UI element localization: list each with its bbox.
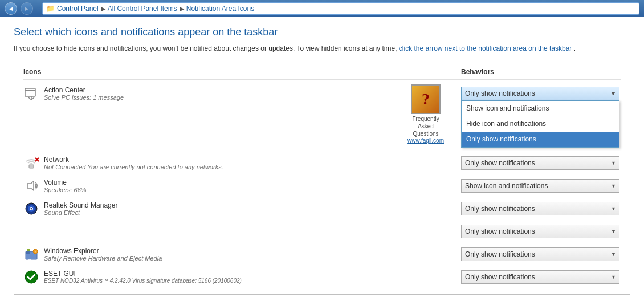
table-row: ESET GUI ESET NOD32 Antivirus™ 4.2.42.0 … xyxy=(23,266,621,288)
main-content: Select which icons and notifications app… xyxy=(0,17,644,300)
col-behaviors-header: Behaviors xyxy=(461,68,621,76)
volume-behavior[interactable]: Show icon and notifications Only show no… xyxy=(461,179,621,193)
icons-panel: Icons Behaviors Action Center xyxy=(14,62,630,295)
dropdown-option-hide-icon[interactable]: Hide icon and notifications xyxy=(462,116,619,132)
table-row: Volume Speakers: 66% Show icon and notif… xyxy=(23,174,621,197)
volume-icon xyxy=(23,178,39,194)
svg-rect-13 xyxy=(27,249,30,251)
eset-info: ESET GUI ESET NOD32 Antivirus™ 4.2.42.0 … xyxy=(23,269,461,285)
blank-icon xyxy=(23,223,39,239)
breadcrumb-control-panel[interactable]: Control Panel xyxy=(57,5,99,13)
windows-explorer-dropdown[interactable]: Only show notifications Show icon and no… xyxy=(461,247,619,261)
realtek-select[interactable]: Only show notifications Show icon and no… xyxy=(461,202,619,215)
realtek-text: Realtek Sound Manager Sound Effect xyxy=(44,201,117,216)
eset-dropdown[interactable]: Only show notifications Show icon and no… xyxy=(461,270,619,284)
windows-explorer-text: Windows Explorer Safely Remove Hardware … xyxy=(44,247,162,262)
svg-rect-3 xyxy=(29,165,34,168)
network-info: Network Not Connected You are currently … xyxy=(23,155,461,171)
action-center-behavior[interactable]: Only show notifications ▼ Show icon and … xyxy=(461,86,621,100)
page-title: Select which icons and notifications app… xyxy=(14,26,630,38)
network-icon xyxy=(23,155,39,171)
windows-explorer-select[interactable]: Only show notifications Show icon and no… xyxy=(461,247,619,261)
network-behavior[interactable]: Only show notifications Show icon and no… xyxy=(461,156,621,170)
dropdown-option-show-icon[interactable]: Show icon and notifications xyxy=(462,101,619,116)
svg-marker-6 xyxy=(27,181,34,190)
realtek-dropdown[interactable]: Only show notifications Show icon and no… xyxy=(461,202,619,215)
blank-info xyxy=(23,223,461,239)
svg-rect-1 xyxy=(25,90,35,91)
volume-info: Volume Speakers: 66% xyxy=(23,178,461,194)
faq-label: Frequently Asked Questions xyxy=(412,115,439,137)
svg-rect-12 xyxy=(26,251,30,254)
blank-select[interactable]: Only show notifications Show icon and no… xyxy=(461,225,619,238)
eset-behavior[interactable]: Only show notifications Show icon and no… xyxy=(461,270,621,284)
table-row: Action Center Solve PC issues: 1 message… xyxy=(23,83,621,147)
table-row: Network Not Connected You are currently … xyxy=(23,152,621,174)
volume-select[interactable]: Show icon and notifications Only show no… xyxy=(461,179,619,193)
faq-url[interactable]: www.faqil.com xyxy=(407,137,444,144)
blank-dropdown[interactable]: Only show notifications Show icon and no… xyxy=(461,225,619,238)
back-button[interactable]: ◄ xyxy=(5,2,17,15)
eset-icon xyxy=(23,269,39,285)
action-center-dropdown-list: Show icon and notifications Hide icon an… xyxy=(461,100,619,148)
eset-text: ESET GUI ESET NOD32 Antivirus™ 4.2.42.0 … xyxy=(44,270,242,284)
blank-behavior[interactable]: Only show notifications Show icon and no… xyxy=(461,225,621,238)
windows-explorer-icon: ! xyxy=(23,246,39,262)
folder-icon: 📁 xyxy=(46,5,55,13)
network-select[interactable]: Only show notifications Show icon and no… xyxy=(461,156,619,170)
faq-icon: ? xyxy=(411,84,441,114)
svg-point-10 xyxy=(31,208,32,209)
action-center-select[interactable]: Only show notifications ▼ xyxy=(461,87,619,100)
volume-dropdown[interactable]: Show icon and notifications Only show no… xyxy=(461,179,619,193)
windows-explorer-behavior[interactable]: Only show notifications Show icon and no… xyxy=(461,247,621,261)
breadcrumb-notification[interactable]: Notification Area Icons xyxy=(186,5,254,13)
col-icons-header: Icons xyxy=(23,68,461,76)
volume-text: Volume Speakers: 66% xyxy=(44,178,87,193)
network-dropdown[interactable]: Only show notifications Show icon and no… xyxy=(461,156,619,170)
svg-point-16 xyxy=(25,271,38,283)
eset-select[interactable]: Only show notifications Show icon and no… xyxy=(461,270,619,284)
svg-text:!: ! xyxy=(35,250,36,254)
windows-explorer-info: ! Windows Explorer Safely Remove Hardwar… xyxy=(23,246,461,262)
action-center-text: Action Center Solve PC issues: 1 message xyxy=(44,86,124,101)
action-center-icon xyxy=(23,86,39,101)
hidden-icons-link[interactable]: click the arrow next to the notification… xyxy=(399,44,572,52)
dropdown-option-only-notifications[interactable]: Only show notifications xyxy=(462,132,619,147)
network-text: Network Not Connected You are currently … xyxy=(44,156,223,170)
table-row: Only show notifications Show icon and no… xyxy=(23,220,621,243)
address-bar: 📁 Control Panel ▶ All Control Panel Item… xyxy=(42,2,639,15)
table-header: Icons Behaviors xyxy=(23,68,621,80)
realtek-info: Realtek Sound Manager Sound Effect xyxy=(23,201,461,217)
table-row: Realtek Sound Manager Sound Effect Only … xyxy=(23,197,621,220)
table-row: ! Windows Explorer Safely Remove Hardwar… xyxy=(23,243,621,266)
faq-block: ? Frequently Asked Questions www.faqil.c… xyxy=(407,84,444,144)
action-center-dropdown[interactable]: Only show notifications ▼ Show icon and … xyxy=(461,87,619,100)
title-bar: ◄ ► 📁 Control Panel ▶ All Control Panel … xyxy=(0,0,644,17)
realtek-icon xyxy=(23,201,39,217)
forward-button[interactable]: ► xyxy=(21,2,33,15)
page-description: If you choose to hide icons and notifica… xyxy=(14,44,630,54)
realtek-behavior[interactable]: Only show notifications Show icon and no… xyxy=(461,202,621,215)
breadcrumb-all-items[interactable]: All Control Panel Items xyxy=(108,5,177,13)
